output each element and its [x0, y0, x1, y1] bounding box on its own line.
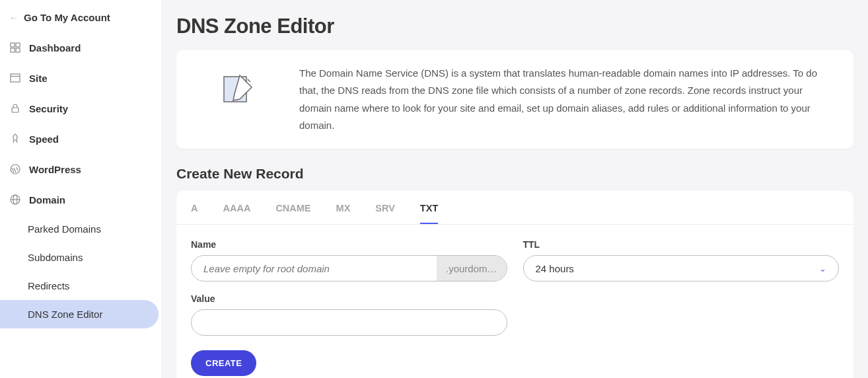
- browser-icon: [9, 72, 21, 84]
- lock-icon: [9, 102, 21, 114]
- sidebar-item-security[interactable]: Security: [0, 93, 161, 124]
- svg-rect-4: [11, 74, 20, 82]
- grid-icon: [9, 42, 21, 54]
- tab-mx[interactable]: MX: [336, 203, 351, 224]
- tab-txt[interactable]: TXT: [420, 203, 438, 224]
- domain-suffix: .yourdom…: [437, 256, 507, 281]
- sidebar-item-site[interactable]: Site: [0, 63, 161, 93]
- sidebar-subitem-parked-domains[interactable]: Parked Domains: [0, 215, 161, 243]
- sidebar-item-dashboard[interactable]: Dashboard: [0, 32, 161, 63]
- svg-rect-0: [11, 43, 15, 47]
- sidebar-subitem-label: Subdomains: [28, 252, 83, 263]
- rocket-icon: [9, 133, 21, 145]
- name-label: Name: [191, 239, 507, 250]
- section-title: Create New Record: [176, 166, 853, 182]
- tab-a[interactable]: A: [191, 203, 198, 224]
- sidebar-item-label: Security: [29, 103, 68, 114]
- value-label: Value: [191, 293, 507, 304]
- sidebar-subitem-dns-zone-editor[interactable]: DNS Zone Editor: [0, 300, 159, 328]
- value-input[interactable]: [191, 309, 507, 336]
- arrow-left-icon: ←: [9, 13, 18, 23]
- edit-document-icon: [195, 65, 281, 106]
- name-input[interactable]: [192, 256, 437, 281]
- sidebar-item-label: Dashboard: [29, 42, 81, 54]
- tab-srv[interactable]: SRV: [375, 203, 395, 224]
- svg-rect-2: [11, 48, 15, 52]
- ttl-select[interactable]: 24 hours ⌄: [523, 255, 840, 282]
- chevron-down-icon: ⌄: [819, 264, 826, 274]
- page-title: DNS Zone Editor: [176, 15, 853, 38]
- sidebar-item-label: Domain: [29, 194, 65, 206]
- svg-rect-6: [12, 108, 18, 112]
- sidebar-subitem-label: Parked Domains: [28, 223, 101, 235]
- go-to-account-link[interactable]: ← Go To My Account: [0, 5, 161, 32]
- wordpress-icon: [9, 163, 21, 175]
- svg-point-7: [11, 165, 20, 174]
- sidebar-subitem-subdomains[interactable]: Subdomains: [0, 243, 161, 272]
- sidebar-item-label: Speed: [29, 133, 59, 145]
- record-type-tabs: A AAAA CNAME MX SRV TXT: [176, 191, 853, 225]
- create-button[interactable]: CREATE: [191, 350, 256, 376]
- intro-text: The Domain Name Service (DNS) is a syste…: [299, 65, 835, 134]
- intro-card: The Domain Name Service (DNS) is a syste…: [176, 50, 853, 149]
- ttl-label: TTL: [523, 239, 840, 250]
- sidebar-subitem-redirects[interactable]: Redirects: [0, 272, 161, 300]
- sidebar-subitem-label: Redirects: [28, 280, 69, 291]
- main-content: DNS Zone Editor The Domain Name Service …: [162, 0, 868, 378]
- sidebar-item-wordpress[interactable]: WordPress: [0, 154, 161, 184]
- ttl-selected-value: 24 hours: [536, 263, 574, 274]
- tab-cname[interactable]: CNAME: [275, 203, 310, 224]
- sidebar-subitem-label: DNS Zone Editor: [28, 309, 102, 320]
- svg-rect-1: [16, 43, 20, 47]
- account-link-label: Go To My Account: [24, 12, 110, 23]
- create-record-card: A AAAA CNAME MX SRV TXT Name .yourdom… V…: [176, 191, 853, 378]
- svg-rect-3: [16, 48, 20, 52]
- sidebar-item-domain[interactable]: Domain: [0, 184, 161, 215]
- tab-aaaa[interactable]: AAAA: [223, 203, 250, 224]
- sidebar-item-label: Site: [29, 73, 48, 84]
- sidebar: ← Go To My Account Dashboard Site: [0, 0, 162, 378]
- globe-icon: [9, 194, 21, 206]
- sidebar-item-label: WordPress: [29, 164, 81, 175]
- sidebar-item-speed[interactable]: Speed: [0, 124, 161, 154]
- name-input-group: .yourdom…: [191, 255, 507, 282]
